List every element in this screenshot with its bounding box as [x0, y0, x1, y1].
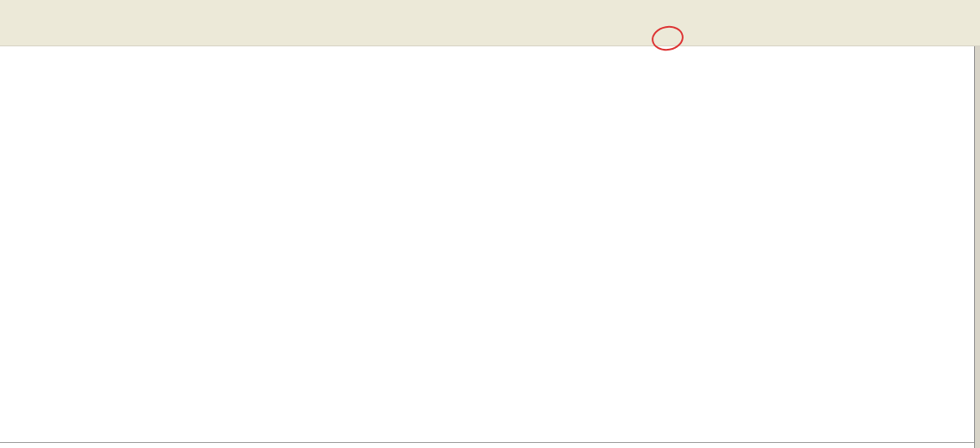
right-window-edge — [974, 46, 980, 448]
status-bar — [0, 442, 974, 448]
symbol-label — [964, 60, 970, 72]
chart-area — [0, 46, 980, 442]
toolbar-main — [0, 0, 980, 24]
symbol-gap — [964, 60, 970, 72]
trading-app-window: { "window": { "bg": "#ece9d8", "chart_bg… — [0, 0, 980, 448]
kline-chart[interactable] — [0, 46, 980, 448]
toolbar-drawing — [0, 24, 980, 46]
